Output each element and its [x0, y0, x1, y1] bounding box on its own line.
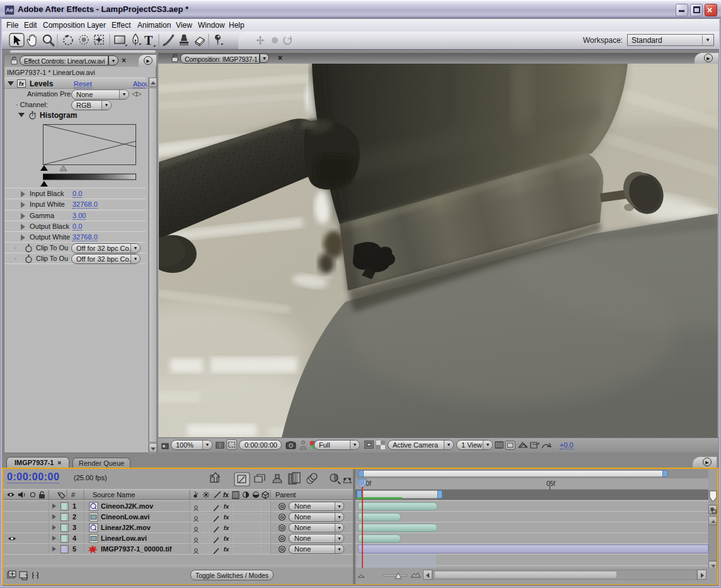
svg-text:#: # [71, 491, 76, 499]
svg-text:fx: fx [223, 492, 229, 499]
svg-text:T: T [144, 33, 153, 47]
svg-text:Parent: Parent [275, 491, 296, 499]
svg-text:Source Name: Source Name [93, 491, 135, 499]
